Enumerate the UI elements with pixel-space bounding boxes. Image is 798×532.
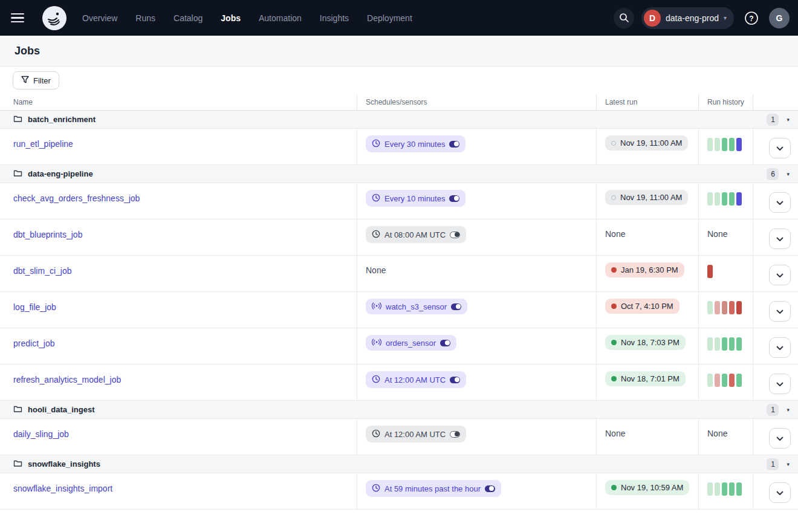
group-collapse-icon[interactable]: ▾ bbox=[787, 117, 790, 123]
run-history-bar[interactable] bbox=[707, 138, 713, 151]
group-collapse-icon[interactable]: ▾ bbox=[787, 407, 790, 413]
run-history-bar[interactable] bbox=[715, 138, 720, 151]
sensor-badge[interactable]: orders_sensor bbox=[366, 335, 456, 351]
schedule-toggle[interactable] bbox=[449, 195, 459, 202]
schedule-toggle[interactable] bbox=[450, 377, 460, 383]
row-expand-button[interactable] bbox=[769, 374, 791, 394]
nav-item-deployment[interactable]: Deployment bbox=[367, 13, 412, 23]
run-history-bar[interactable] bbox=[736, 374, 742, 387]
schedule-badge[interactable]: At 12:00 AM UTC bbox=[366, 426, 466, 443]
schedule-badge[interactable]: Every 10 minutes bbox=[366, 190, 465, 207]
nav-item-insights[interactable]: Insights bbox=[320, 13, 349, 23]
latest-run-badge[interactable]: Nov 18, 7:01 PM bbox=[605, 371, 686, 386]
group-collapse-icon[interactable]: ▾ bbox=[787, 461, 790, 467]
run-history-bar[interactable] bbox=[729, 192, 735, 206]
group-row[interactable]: hooli_data_ingest1▾ bbox=[0, 401, 798, 419]
nav-item-jobs[interactable]: Jobs bbox=[221, 13, 241, 23]
group-row[interactable]: data-eng-pipeline6▾ bbox=[0, 165, 798, 183]
latest-run-badge[interactable]: Jan 19, 6:30 PM bbox=[605, 262, 684, 277]
job-name-link[interactable]: check_avg_orders_freshness_job bbox=[13, 193, 140, 203]
schedule-toggle[interactable] bbox=[450, 431, 460, 438]
job-name-link[interactable]: log_file_job bbox=[13, 302, 56, 312]
row-expand-button[interactable] bbox=[769, 428, 791, 449]
run-history-bar[interactable] bbox=[722, 138, 727, 151]
run-history-bar[interactable] bbox=[707, 301, 713, 314]
search-icon[interactable] bbox=[614, 8, 634, 28]
run-history-bar[interactable] bbox=[729, 301, 735, 314]
run-history-bars bbox=[707, 265, 713, 278]
run-history-bar[interactable] bbox=[715, 192, 720, 206]
schedule-badge[interactable]: At 12:00 AM UTC bbox=[366, 371, 466, 388]
latest-run-badge[interactable]: Nov 18, 7:03 PM bbox=[605, 335, 686, 350]
schedule-badge[interactable]: Every 30 minutes bbox=[366, 135, 465, 152]
run-history-bar[interactable] bbox=[722, 374, 727, 387]
dagster-logo-icon[interactable] bbox=[42, 6, 66, 30]
run-history-bar[interactable] bbox=[729, 482, 735, 496]
schedule-toggle[interactable] bbox=[451, 303, 461, 310]
run-history-none-label: None bbox=[707, 229, 727, 239]
run-history-bar[interactable] bbox=[707, 265, 713, 278]
run-history-bar[interactable] bbox=[715, 337, 720, 351]
job-name-link[interactable]: refresh_analytics_model_job bbox=[13, 375, 121, 384]
latest-run-badge[interactable]: Nov 19, 11:00 AM bbox=[605, 190, 688, 205]
run-history-bar[interactable] bbox=[736, 301, 742, 314]
run-history-bar[interactable] bbox=[722, 301, 727, 314]
row-expand-button[interactable] bbox=[769, 482, 791, 503]
nav-item-overview[interactable]: Overview bbox=[82, 13, 117, 23]
run-history-bar[interactable] bbox=[715, 374, 720, 387]
page-title: Jobs bbox=[15, 45, 40, 57]
schedule-toggle[interactable] bbox=[440, 340, 450, 346]
run-history-bar[interactable] bbox=[736, 192, 742, 206]
run-history-bar[interactable] bbox=[722, 192, 727, 206]
row-expand-button[interactable] bbox=[769, 138, 791, 158]
job-name-link[interactable]: dbt_blueprints_job bbox=[13, 230, 82, 239]
row-expand-button[interactable] bbox=[769, 192, 791, 213]
job-name-link[interactable]: dbt_slim_ci_job bbox=[13, 266, 72, 276]
run-history-bar[interactable] bbox=[729, 374, 735, 387]
job-row: dbt_blueprints_jobAt 08:00 AM UTCNoneNon… bbox=[0, 219, 798, 256]
run-history-bar[interactable] bbox=[707, 192, 713, 206]
row-expand-button[interactable] bbox=[769, 265, 791, 285]
schedule-toggle[interactable] bbox=[450, 232, 460, 238]
nav-item-automation[interactable]: Automation bbox=[259, 13, 302, 23]
nav-item-catalog[interactable]: Catalog bbox=[174, 13, 203, 23]
sensor-badge[interactable]: watch_s3_sensor bbox=[366, 299, 467, 314]
filter-button[interactable]: Filter bbox=[13, 71, 59, 89]
nav-item-runs[interactable]: Runs bbox=[135, 13, 155, 23]
run-history-bar[interactable] bbox=[722, 337, 727, 351]
column-header-schedules: Schedules/sensors bbox=[357, 94, 596, 110]
deployment-selector[interactable]: D data-eng-prod ▾ bbox=[641, 7, 734, 29]
schedule-badge[interactable]: At 59 minutes past the hour bbox=[366, 480, 501, 497]
avatar[interactable]: G bbox=[769, 8, 790, 28]
run-history-bar[interactable] bbox=[707, 374, 713, 387]
row-expand-button[interactable] bbox=[769, 229, 791, 249]
run-history-bar[interactable] bbox=[736, 337, 742, 351]
run-history-bar[interactable] bbox=[729, 337, 735, 351]
help-icon[interactable]: ? bbox=[741, 8, 762, 28]
latest-run-badge[interactable]: Nov 19, 10:59 AM bbox=[605, 480, 689, 495]
run-history-bar[interactable] bbox=[729, 138, 735, 151]
menu-icon[interactable] bbox=[11, 8, 31, 28]
run-history-bar[interactable] bbox=[736, 138, 742, 151]
latest-run-badge[interactable]: Oct 7, 4:10 PM bbox=[605, 299, 680, 314]
group-collapse-icon[interactable]: ▾ bbox=[787, 171, 790, 177]
row-expand-button[interactable] bbox=[769, 301, 791, 322]
schedule-toggle[interactable] bbox=[449, 141, 459, 148]
group-row[interactable]: batch_enrichment1▾ bbox=[0, 111, 798, 129]
group-row[interactable]: snowflake_insights1▾ bbox=[0, 455, 798, 473]
job-name-link[interactable]: run_etl_pipeline bbox=[13, 139, 73, 149]
run-history-bar[interactable] bbox=[715, 301, 720, 314]
job-name-link[interactable]: daily_sling_job bbox=[13, 429, 69, 439]
run-history-bar[interactable] bbox=[736, 482, 742, 496]
run-history-bar[interactable] bbox=[715, 482, 720, 496]
row-expand-button[interactable] bbox=[769, 337, 791, 358]
job-name-link[interactable]: predict_job bbox=[13, 339, 55, 348]
folder-icon bbox=[13, 169, 22, 180]
run-history-bar[interactable] bbox=[707, 337, 713, 351]
schedule-toggle[interactable] bbox=[485, 485, 495, 492]
run-history-bar[interactable] bbox=[722, 482, 727, 496]
run-history-bar[interactable] bbox=[707, 482, 713, 496]
latest-run-badge[interactable]: Nov 19, 11:00 AM bbox=[605, 135, 688, 151]
job-name-link[interactable]: snowflake_insights_import bbox=[13, 484, 112, 493]
schedule-badge[interactable]: At 08:00 AM UTC bbox=[366, 226, 466, 243]
